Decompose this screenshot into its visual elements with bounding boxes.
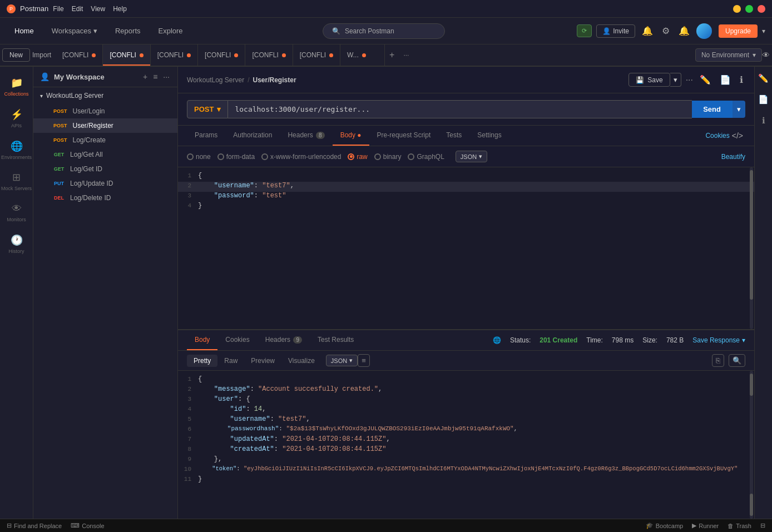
filter-button[interactable]: ≡ [152,71,159,82]
tab-3[interactable]: [CONFLI [198,44,245,66]
save-dropdown-button[interactable]: ▾ [670,73,681,87]
search-response-button[interactable]: 🔍 [729,354,745,367]
beautify-button[interactable]: Beautify [721,153,745,161]
collection-item-4[interactable]: GET Log/Get ID [33,162,177,176]
console-button[interactable]: ⌨ Console [71,522,104,529]
body-option-raw[interactable]: raw [348,153,367,161]
resp-tab-headers[interactable]: Headers 9 [258,330,310,350]
collection-item-1[interactable]: POST User/Register [33,118,177,133]
req-tab-body[interactable]: Body ● [333,126,369,146]
doc-icon[interactable]: 📄 [717,72,733,87]
request-body-editor[interactable]: 1 { 2 "username": "test7", 3 "password":… [178,167,754,330]
tab-1[interactable]: [CONFLI [103,44,150,66]
bell-icon[interactable]: 🔔 [640,23,655,38]
req-tab-settings[interactable]: Settings [469,126,509,146]
sidebar-item-environments[interactable]: 🌐 Environments [0,135,33,166]
resp-format-pretty[interactable]: Pretty [187,355,217,367]
tab-0[interactable]: [CONFLI [56,44,103,66]
resp-tab-body[interactable]: Body [187,330,217,350]
bootcamp-button[interactable]: 🎓 Bootcamp [646,522,684,529]
req-tab-tests[interactable]: Tests [438,126,469,146]
collection-header-workoutlog[interactable]: ▾ WorkoutLog Server [33,87,177,104]
close-button[interactable] [758,5,765,13]
nav-workspaces[interactable]: Workspaces ▾ [44,22,105,39]
collection-item-6[interactable]: DEL Log/Delete ID [33,191,177,205]
collection-item-5[interactable]: PUT Log/Update ID [33,176,177,191]
find-replace-button[interactable]: ⊟ Find and Replace [7,522,62,529]
tab-2[interactable]: [CONFLI [151,44,198,66]
menu-view[interactable]: View [91,5,105,13]
url-input[interactable] [228,100,692,118]
runner-button[interactable]: ▶ Runner [692,522,719,529]
collection-item-2[interactable]: POST Log/Create [33,133,177,147]
json-format-select[interactable]: JSON ▾ [456,151,487,162]
resp-format-raw[interactable]: Raw [217,355,244,367]
body-option-graphql[interactable]: GraphQL [408,153,444,161]
env-eye-button[interactable]: 👁 [762,51,770,59]
import-button[interactable]: Import [32,51,51,59]
add-tab-button[interactable]: + [385,48,399,62]
collection-item-3[interactable]: GET Log/Get All [33,147,177,162]
menu-help[interactable]: Help [113,5,127,13]
body-option-none[interactable]: none [187,153,211,161]
editor-scrollbar-thumb[interactable] [750,170,753,300]
body-option-binary[interactable]: binary [374,153,402,161]
more-options-button[interactable]: ··· [162,71,171,82]
settings-icon[interactable]: ⚙ [660,23,672,38]
invite-button[interactable]: 👤 Invite [596,24,635,38]
sidebar-item-history[interactable]: 🕐 History [0,228,33,260]
search-input[interactable]: 🔍 Search Postman [323,23,445,39]
avatar[interactable] [696,23,712,39]
more-options-button[interactable]: ··· [686,75,693,85]
sidebar-item-mock-servers[interactable]: ⊞ Mock Servers [0,166,33,197]
cookies-button[interactable]: Cookies [705,132,729,140]
sync-button[interactable]: ⟳ [577,24,592,37]
info-icon[interactable]: ℹ [738,72,745,87]
req-tab-params[interactable]: Params [187,126,225,146]
resp-tab-test-results[interactable]: Test Results [310,330,362,350]
send-button[interactable]: Send [692,101,732,118]
layout-button[interactable]: ⊟ [760,522,765,529]
tab-5[interactable]: [CONFLI [293,44,340,66]
more-tabs-button[interactable]: ··· [399,49,413,61]
environment-select[interactable]: No Environment ▾ [695,48,762,62]
notifications-icon[interactable]: 🔔 [676,23,692,38]
trash-button[interactable]: 🗑 Trash [728,523,751,529]
sidebar-item-collections[interactable]: 📁 Collections [0,71,33,103]
right-panel-icon-1[interactable]: ✏️ [756,71,771,86]
save-response-button[interactable]: Save Response ▾ [692,336,745,344]
maximize-button[interactable] [745,5,753,13]
save-button[interactable]: 💾 Save [629,73,670,87]
new-button[interactable]: New [2,48,30,62]
menu-edit[interactable]: Edit [72,5,83,13]
req-tab-headers[interactable]: Headers 8 [280,126,332,146]
minimize-button[interactable] [733,5,741,13]
resp-format-preview[interactable]: Preview [244,355,281,367]
right-panel-icon-3[interactable]: ℹ [760,113,768,128]
breadcrumb-parent[interactable]: WorkoutLog Server [187,76,244,84]
resp-scrollbar-thumb[interactable] [750,374,753,396]
nav-reports[interactable]: Reports [107,22,149,39]
body-option-urlencoded[interactable]: x-www-form-urlencoded [261,153,341,161]
nav-home[interactable]: Home [7,22,42,39]
method-select[interactable]: POST ▾ [187,100,228,118]
upgrade-button[interactable]: Upgrade [719,24,758,38]
code-view-icon[interactable]: </> [730,129,745,142]
sidebar-item-apis[interactable]: ⚡ APIs [0,103,33,135]
req-tab-authorization[interactable]: Authorization [225,126,280,146]
collection-item-0[interactable]: POST User/Login [33,104,177,118]
table-view-icon[interactable]: ≡ [358,354,370,367]
tab-6[interactable]: W... [340,44,385,66]
tab-4[interactable]: [CONFLI [245,44,293,66]
resp-scrollbar-thumb-bottom[interactable] [750,494,753,516]
req-tab-pre-request[interactable]: Pre-request Script [369,126,439,146]
body-option-form-data[interactable]: form-data [217,153,255,161]
add-collection-button[interactable]: + [142,71,149,82]
right-panel-icon-2[interactable]: 📄 [756,92,771,107]
nav-explore[interactable]: Explore [151,22,191,39]
sidebar-item-monitors[interactable]: 👁 Monitors [0,197,33,228]
menu-file[interactable]: File [53,5,63,13]
send-dropdown-button[interactable]: ▾ [732,101,745,118]
pen-icon[interactable]: ✏️ [697,72,713,87]
copy-response-button[interactable]: ⎘ [712,354,724,367]
